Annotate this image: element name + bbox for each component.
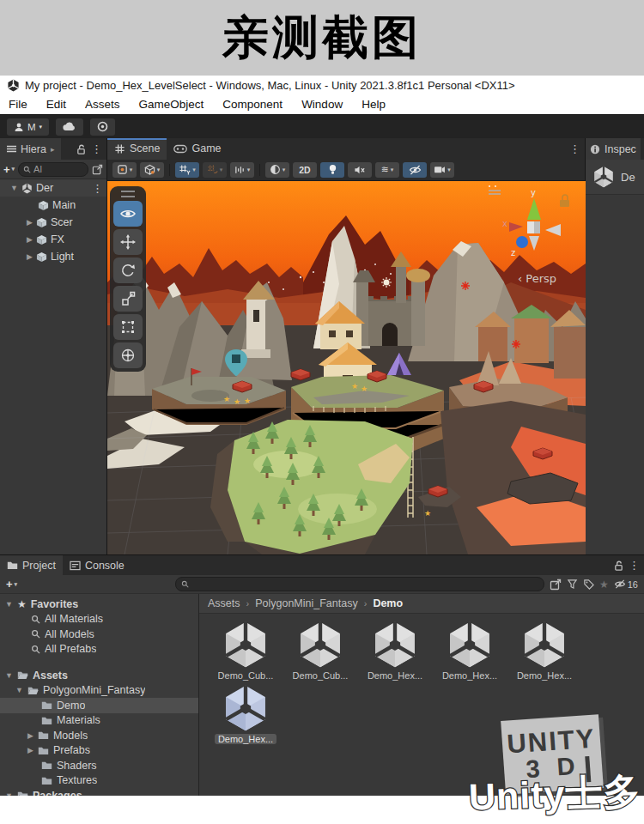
hidden-objects-button[interactable] [403, 162, 427, 178]
tab-inspector[interactable]: Inspec [586, 138, 641, 160]
chevron-collapsed-icon[interactable]: ▶ [27, 235, 33, 244]
create-asset-button[interactable]: +▾ [6, 578, 17, 591]
chevron-collapsed-icon[interactable]: ▶ [27, 218, 33, 227]
cloud-button[interactable] [56, 118, 83, 136]
snap-increment-button[interactable]: ▾ [203, 162, 227, 178]
menu-component[interactable]: Component [222, 98, 283, 111]
breadcrumb-folder[interactable]: PolygonMini_Fantasy [255, 597, 358, 609]
favorites-star-icon[interactable]: ★ [599, 579, 609, 591]
tab-project[interactable]: Project [0, 555, 63, 575]
menu-file[interactable]: File [9, 98, 27, 111]
menu-window[interactable]: Window [301, 98, 343, 111]
hierarchy-item-light[interactable]: ▶ Light [0, 248, 106, 265]
menu-help[interactable]: Help [361, 98, 386, 111]
grid-visibility-button[interactable]: ▾ [175, 162, 199, 178]
tree-folder-textures[interactable]: Textures [0, 773, 198, 789]
lock-icon[interactable] [614, 560, 623, 571]
move-tool-button[interactable] [113, 229, 143, 255]
tab-overflow-icon[interactable]: ▸ [51, 145, 55, 154]
tree-all-materials[interactable]: All Materials [0, 612, 198, 627]
tab-scene[interactable]: Scene [107, 138, 167, 160]
chevron-expanded-icon[interactable]: ▼ [15, 686, 23, 694]
chevron-expanded-icon[interactable]: ▼ [5, 671, 13, 680]
tree-all-models[interactable]: All Models [0, 627, 198, 642]
audio-toggle-button[interactable] [348, 162, 372, 178]
view-tool-button[interactable] [113, 201, 143, 227]
tool-orientation-button[interactable]: ▾ [140, 162, 164, 178]
camera-icon [434, 165, 446, 174]
hierarchy-tabstrip: Hiera ▸ ⋮ [0, 138, 106, 160]
folder-icon [41, 716, 52, 725]
breadcrumb-assets[interactable]: Assets [208, 597, 240, 609]
scale-tool-button[interactable] [113, 286, 143, 312]
pick-object-icon[interactable] [92, 164, 103, 175]
editor-area: Hiera ▸ ⋮ +▾ Al [0, 138, 644, 554]
chevron-expanded-icon[interactable]: ▼ [5, 600, 13, 609]
effects-toggle-button[interactable]: ≋ ▾ [375, 162, 399, 178]
kebab-menu-icon[interactable]: ⋮ [569, 142, 580, 155]
menu-assets[interactable]: Assets [85, 98, 120, 111]
tree-folder-prefabs[interactable]: ▶ Prefabs [0, 743, 198, 759]
hierarchy-search-input[interactable]: Al [18, 162, 88, 177]
add-object-button[interactable]: +▾ [3, 163, 15, 176]
tab-game[interactable]: Game [167, 138, 228, 160]
unity-package-icon [446, 621, 494, 669]
hidden-count-button[interactable]: 16 [614, 579, 638, 590]
account-button[interactable]: M ▾ [7, 118, 49, 136]
chevron-expanded-icon[interactable]: ▼ [5, 791, 13, 796]
tab-hierarchy[interactable]: Hiera ▸ [0, 138, 61, 160]
hierarchy-item-scene[interactable]: ▶ Scer [0, 214, 106, 231]
lighting-toggle-button[interactable] [320, 162, 344, 178]
scene-viewport[interactable]: ★★★ ★★ ★ [107, 181, 586, 554]
pick-object-icon[interactable] [550, 579, 562, 591]
lock-icon[interactable] [76, 144, 86, 154]
camera-settings-button[interactable]: ▾ [430, 162, 454, 178]
search-by-label-icon[interactable] [583, 579, 594, 590]
asset-card[interactable]: Demo_Cub... [211, 621, 280, 681]
asset-card[interactable]: Demo_Hex... [510, 621, 579, 681]
plastic-scm-button[interactable] [90, 118, 115, 136]
kebab-menu-icon[interactable]: ⋮ [92, 182, 106, 195]
hierarchy-item-fx[interactable]: ▶ FX [0, 231, 106, 248]
unity-package-icon [296, 621, 344, 669]
asset-card[interactable]: Demo_Hex... [361, 621, 429, 681]
breadcrumb-current[interactable]: Demo [373, 597, 403, 609]
project-search-input[interactable] [175, 577, 544, 591]
tab-console[interactable]: Console [63, 555, 131, 575]
tree-folder-demo[interactable]: Demo [0, 698, 198, 713]
transform-tool-button[interactable] [113, 342, 143, 368]
chevron-expanded-icon[interactable]: ▼ [10, 184, 18, 192]
menu-edit[interactable]: Edit [46, 98, 66, 111]
shading-mode-button[interactable]: ▾ [265, 162, 289, 178]
top-banner: 亲测截图 [0, 0, 644, 76]
menu-gameobject[interactable]: GameObject [139, 98, 204, 111]
svg-text:★: ★ [351, 382, 358, 391]
tree-folder-shaders[interactable]: Shaders [0, 758, 198, 773]
measure-tool-button[interactable]: ▾ [230, 162, 254, 178]
tree-packages[interactable]: ▼ Packages [0, 788, 198, 796]
rect-tool-button[interactable] [113, 314, 143, 340]
rotate-tool-button[interactable] [113, 258, 143, 283]
asset-card[interactable]: Demo_Hex... [435, 621, 504, 681]
chevron-collapsed-icon[interactable]: ▶ [27, 746, 33, 754]
2d-toggle-button[interactable]: 2D [293, 162, 317, 178]
tree-polygonmini-fantasy[interactable]: ▼ PolygonMini_Fantasy [0, 683, 198, 699]
tree-folder-models[interactable]: ▶ Models [0, 728, 198, 743]
chevron-collapsed-icon[interactable]: ▶ [27, 731, 33, 740]
asset-card-selected[interactable]: Demo_Hex... [211, 684, 280, 744]
overlay-drag-handle[interactable] [121, 191, 135, 197]
hierarchy-scene-row[interactable]: ▼ Der ⋮ [0, 179, 106, 197]
kebab-menu-icon[interactable]: ⋮ [91, 142, 102, 155]
tree-all-prefabs[interactable]: All Prefabs [0, 642, 198, 657]
asset-card[interactable]: Demo_Cub... [286, 621, 355, 681]
tree-folder-materials[interactable]: Materials [0, 713, 198, 729]
kebab-menu-icon[interactable]: ⋮ [629, 559, 640, 572]
search-by-type-icon[interactable] [567, 579, 578, 590]
hierarchy-item-main[interactable]: Main [0, 197, 106, 214]
tree-assets[interactable]: ▼ Assets [0, 668, 198, 683]
unity-package-icon [520, 621, 568, 669]
tree-favorites[interactable]: ▼ ★ Favorites [0, 597, 198, 612]
tool-pivot-button[interactable]: ▾ [112, 162, 137, 178]
chevron-down-icon: ▾ [447, 167, 451, 173]
chevron-collapsed-icon[interactable]: ▶ [27, 252, 33, 261]
